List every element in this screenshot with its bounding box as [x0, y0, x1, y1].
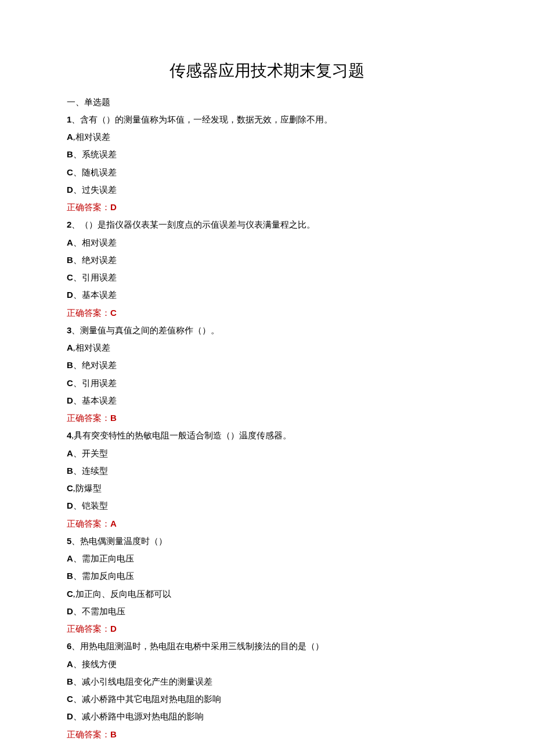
option-separator: 、: [73, 379, 82, 388]
option-letter: A: [67, 237, 73, 247]
option: C,防爆型: [67, 480, 467, 497]
question-text: 1、含有（）的测量值称为坏值，一经发现，数据无效，应删除不用。: [67, 111, 467, 128]
option: B、需加反向电压: [67, 567, 467, 585]
answer-line: 正确答案：D: [67, 199, 467, 216]
page-title: 传感器应用技术期末复习题: [67, 55, 467, 87]
option-text: 引用误差: [82, 273, 117, 282]
answer-value: B: [110, 729, 117, 739]
answer-prefix: 正确答案：: [67, 730, 110, 739]
option-letter: B: [67, 149, 73, 159]
question-body: （）是指仪器仪表某一刻度点的示值误差与仪表满量程之比。: [80, 220, 315, 229]
option: A,相对误差: [67, 128, 467, 146]
question-text: 4,具有突变特性的热敏电阻一般适合制造（）温度传感器。: [67, 427, 467, 444]
question-body: 用热电阻测温时，热电阻在电桥中采用三线制接法的目的是（）: [80, 642, 324, 651]
option-separator: 、: [73, 238, 82, 247]
answer-value: A: [110, 519, 117, 528]
option: D、铠装型: [67, 497, 467, 514]
option-text: 随机误差: [82, 168, 117, 177]
option-text: 过失误差: [82, 185, 117, 195]
option-separator: 、: [73, 449, 82, 458]
question-punct: 、: [71, 537, 80, 546]
question-punct: 、: [71, 642, 80, 651]
question-body: 热电偶测量温度时（）: [80, 537, 167, 546]
option: A、需加正向电压: [67, 550, 467, 567]
option: C、引用误差: [67, 375, 467, 392]
option-separator: 、: [73, 660, 82, 669]
option-separator: 、: [73, 255, 82, 265]
option-separator: 、: [73, 712, 82, 721]
option-letter: A: [67, 659, 73, 669]
option: A、接线方便: [67, 656, 467, 673]
option-text: 基本误差: [82, 290, 117, 300]
option-text: 防爆型: [75, 484, 102, 493]
option: D、基本误差: [67, 392, 467, 409]
question-body: 具有突变特性的热敏电阻一般适合制造（）温度传感器。: [74, 431, 291, 440]
option-letter: D: [67, 185, 73, 195]
option-separator: 、: [73, 396, 82, 405]
option-text: 加正向、反向电压都可以: [75, 589, 171, 599]
questions-container: 1、含有（）的测量值称为坏值，一经发现，数据无效，应删除不用。A,相对误差B、系…: [67, 111, 467, 743]
option-text: 绝对误差: [82, 361, 117, 370]
option-separator: 、: [73, 501, 82, 510]
answer-line: 正确答案：C: [67, 304, 467, 322]
question-body: 测量值与真值之间的差值称作（）。: [80, 326, 219, 335]
option-separator: 、: [73, 168, 82, 177]
answer-value: B: [110, 413, 117, 423]
option-letter: C: [67, 589, 73, 599]
option-text: 连续型: [82, 466, 108, 476]
option-separator: 、: [73, 185, 82, 195]
option: C、引用误差: [67, 269, 467, 286]
option-letter: B: [67, 466, 73, 476]
option-letter: B: [67, 255, 73, 265]
option-letter: D: [67, 395, 73, 405]
answer-value: D: [110, 202, 117, 212]
option-text: 基本误差: [82, 396, 117, 405]
answer-line: 正确答案：A: [67, 515, 467, 532]
option-text: 不需加电压: [82, 607, 125, 616]
option-separator: 、: [73, 361, 82, 370]
option: B、绝对误差: [67, 357, 467, 374]
option-text: 开关型: [82, 449, 108, 458]
option-letter: C: [67, 378, 73, 388]
answer-prefix: 正确答案：: [67, 308, 110, 318]
option: B、绝对误差: [67, 251, 467, 269]
question-punct: 、: [71, 115, 80, 124]
option: A、相对误差: [67, 234, 467, 251]
option: B、减小引线电阻变化产生的测量误差: [67, 673, 467, 690]
option: D、不需加电压: [67, 603, 467, 620]
question-punct: 、: [71, 220, 80, 229]
option: A、开关型: [67, 445, 467, 462]
option: C、减小桥路中其它电阻对热电阻的影响: [67, 690, 467, 708]
option-separator: 、: [73, 554, 82, 563]
option-letter: A: [67, 343, 73, 352]
answer-value: D: [110, 624, 117, 633]
option-separator: 、: [73, 273, 82, 282]
question-punct: 、: [71, 326, 80, 335]
option-letter: B: [67, 360, 73, 370]
option-letter: C: [67, 694, 73, 704]
option-text: 需加正向电压: [82, 554, 134, 563]
option-separator: 、: [73, 607, 82, 616]
answer-prefix: 正确答案：: [67, 203, 110, 212]
option: B、系统误差: [67, 146, 467, 163]
answer-line: 正确答案：B: [67, 409, 467, 427]
option-text: 减小桥路中其它电阻对热电阻的影响: [82, 694, 221, 704]
option-letter: B: [67, 676, 73, 686]
option: D、减小桥路中电源对热电阻的影响: [67, 708, 467, 725]
option-separator: 、: [73, 694, 82, 704]
answer-prefix: 正确答案：: [67, 519, 110, 528]
option-separator: 、: [73, 290, 82, 300]
question-text: 5、热电偶测量温度时（）: [67, 532, 467, 550]
option-letter: C: [67, 167, 73, 177]
option-text: 相对误差: [75, 132, 110, 142]
option: A,相对误差: [67, 339, 467, 357]
option-letter: D: [67, 501, 73, 510]
option: B、连续型: [67, 462, 467, 480]
option-text: 相对误差: [75, 343, 110, 352]
question-text: 3、测量值与真值之间的差值称作（）。: [67, 322, 467, 339]
option-letter: D: [67, 290, 73, 300]
option-letter: A: [67, 448, 73, 458]
answer-prefix: 正确答案：: [67, 413, 110, 423]
option-text: 接线方便: [82, 660, 117, 669]
answer-line: 正确答案：D: [67, 620, 467, 638]
